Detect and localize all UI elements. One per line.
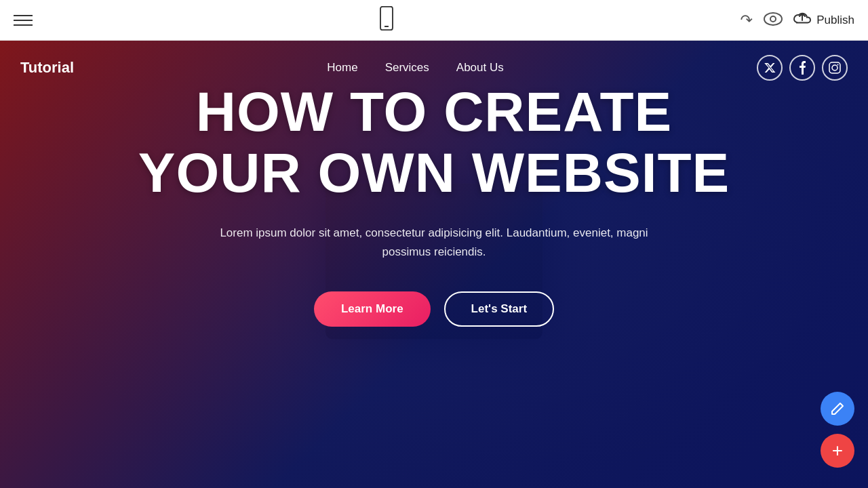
nav-link-services[interactable]: Services [385,61,429,75]
lets-start-button[interactable]: Let's Start [444,291,554,327]
svg-rect-4 [829,62,840,73]
nav-link-home[interactable]: Home [327,61,357,75]
hero-content: HOW TO CREATE YOUR OWN WEBSITE Lorem ips… [0,81,868,327]
svg-point-5 [832,65,837,70]
publish-label: Publish [816,14,854,27]
toolbar-right: ↶ Publish [741,11,854,30]
instagram-icon[interactable] [822,55,848,81]
nav-link-about[interactable]: About Us [456,61,504,75]
learn-more-button[interactable]: Learn More [314,291,431,327]
svg-point-3 [770,16,776,22]
nav-links: Home Services About Us [327,61,503,75]
fab-edit-button[interactable] [821,392,854,426]
fab-add-icon: + [832,440,843,462]
preview-icon[interactable] [764,11,783,30]
toolbar-left [14,15,33,26]
hero-description: Lorem ipsum dolor sit amet, consectetur … [197,224,671,260]
hamburger-menu-icon[interactable] [14,15,33,26]
cloud-upload-icon [793,11,811,29]
svg-point-2 [764,13,782,25]
hero-title: HOW TO CREATE YOUR OWN WEBSITE [138,81,730,203]
publish-button[interactable]: Publish [793,11,854,29]
toolbar: ↶ Publish [0,0,868,41]
hero-buttons: Learn More Let's Start [314,291,554,327]
fab-add-button[interactable]: + [821,434,854,468]
twitter-icon[interactable] [757,55,783,81]
svg-point-6 [837,64,838,66]
facebook-icon[interactable] [789,55,815,81]
social-icons [757,55,848,81]
site-logo: Tutorial [20,59,74,77]
mobile-view-icon[interactable] [377,6,396,35]
website-preview: Tutorial Home Services About Us [0,41,868,488]
hero-title-line1: HOW TO CREATE [196,81,672,142]
fab-container: + [821,392,854,468]
toolbar-center [377,6,396,35]
undo-icon[interactable]: ↶ [741,12,753,29]
hero-title-line2: YOUR OWN WEBSITE [138,142,730,203]
